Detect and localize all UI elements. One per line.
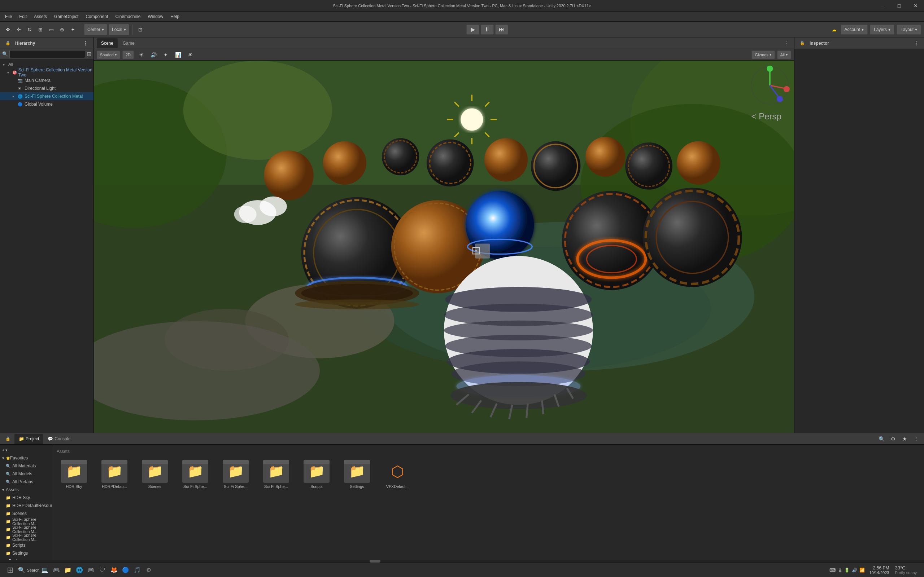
taskbar-settings-icon[interactable]: ⚙ [143,564,155,576]
project-menu-icon[interactable]: ⋮ [911,434,921,444]
asset-hdr-sky[interactable]: 📁 HDR Sky [57,458,91,490]
ft-all-prefabs[interactable]: 🔍 All Prefabs [0,478,52,486]
viewport-canvas[interactable]: ⊡ < Persp [94,61,794,433]
folder-icon: 📁 [142,460,168,483]
weather-widget: 33°C Partly sunny [895,565,917,575]
asset-scenes[interactable]: 📁 Scenes [137,458,172,490]
bottom-scrollbar[interactable] [0,560,924,562]
ft-scripts[interactable]: 📁 Scripts [0,541,52,549]
hierarchy-directional-light[interactable]: ▸ ☀Directional Light [0,84,94,92]
custom-tool[interactable]: ✦ [68,24,78,35]
local-button[interactable]: Local ▾ [109,24,129,35]
asset-scifi-3[interactable]: 📁 Sci-Fi Sphe... [259,458,294,490]
ft-hdrp-defaults[interactable]: 📁 HDRPDefaultResources [0,501,52,509]
menu-item-component[interactable]: Component [82,13,111,20]
ft-scifi-2[interactable]: 📁 Sci-Fi Sphere Collection M... [0,525,52,533]
hierarchy-global-volume[interactable]: ▸ 🔵Global Volume [0,100,94,108]
scene-tab[interactable]: Scene [97,38,118,48]
project-lock-icon[interactable]: 🔒 [3,434,13,444]
ft-all-materials[interactable]: 🔍 All Materials [0,462,52,470]
menu-item-edit[interactable]: Edit [16,13,30,20]
menu-item-window[interactable]: Window [144,13,167,20]
taskbar-chrome-icon[interactable]: 🔵 [120,564,131,576]
project-search-icon[interactable]: 🔍 [876,434,887,444]
hierarchy-search-input[interactable] [10,50,85,58]
menu-item-cinemachine[interactable]: Cinemachine [111,13,144,20]
close-button[interactable]: ✕ [908,0,924,11]
hand-tool[interactable]: ✥ [3,24,13,35]
asset-hdrp-default[interactable]: 📁 HDRPDefau... [97,458,132,490]
all-dropdown[interactable]: All ▾ [777,50,791,59]
taskbar-firefox-icon[interactable]: 🦊 [108,564,120,576]
windows-start-icon[interactable]: ⊞ [4,564,16,576]
ft-scifi-3[interactable]: 📁 Sci-Fi Sphere Collection M... [0,533,52,541]
taskbar-explorer-icon[interactable]: 📁 [62,564,74,576]
effects-icon[interactable]: ✦ [161,50,171,60]
add-hierarchy-icon[interactable]: ⊞ [87,50,91,57]
hierarchy-root-object[interactable]: ▾ 🎯 Sci-Fi Sphere Collection Metal Versi… [0,69,94,76]
grid-snap-btn[interactable]: ⊡ [135,24,145,35]
layers-button[interactable]: Layers ▾ [870,24,894,35]
ft-hdr-sky[interactable]: 📁 HDR Sky [0,494,52,501]
taskbar-unity-icon[interactable]: 🎮 [50,564,62,576]
menu-item-assets[interactable]: Assets [30,13,50,20]
task-view-icon[interactable]: 💻 [39,564,50,576]
lighting-icon[interactable]: ☀ [136,50,146,60]
ft-scenes[interactable]: 📁 Scenes [0,509,52,517]
stats-icon[interactable]: 📊 [173,50,183,60]
menu-item-help[interactable]: Help [167,13,183,20]
project-star-icon[interactable]: ★ [900,434,909,444]
inspector-lock-icon[interactable]: 🔒 [797,38,808,48]
shading-dropdown[interactable]: Shaded ▾ [97,50,120,59]
game-tab[interactable]: Game [118,38,139,48]
gizmos-button[interactable]: Gizmos ▾ [751,50,775,59]
search-taskbar-icon[interactable]: 🔍 [16,564,27,576]
asset-settings[interactable]: 📁 Settings [340,458,374,490]
hierarchy-scifi-collection[interactable]: ▾ 🌐Sci-Fi Sphere Collection Metal [0,92,94,100]
taskbar-edge-icon[interactable]: 🌐 [74,564,85,576]
inspector-menu-icon[interactable]: ⋮ [911,38,921,48]
maximize-button[interactable]: □ [891,0,908,11]
project-settings-icon[interactable]: ⚙ [888,434,898,444]
scrollbar-thumb[interactable] [370,560,380,562]
hierarchy-lock-icon[interactable]: 🔒 [3,38,13,48]
ft-assets[interactable]: ▾ Assets [0,486,52,494]
center-button[interactable]: Center ▾ [84,24,107,35]
scale-tool[interactable]: ⊞ [36,24,45,35]
audio-icon[interactable]: 🔊 [149,50,158,60]
move-tool[interactable]: ✛ [14,24,24,35]
console-tab[interactable]: 💬 Console [43,434,75,444]
rotate-tool[interactable]: ↻ [24,24,35,35]
2d-toggle[interactable]: 2D [122,50,134,59]
asset-scifi-1[interactable]: 📁 Sci-Fi Sphe... [178,458,213,490]
ft-create-btn[interactable]: + ▾ [0,446,52,454]
hidden-toggle[interactable]: 👁 [185,50,195,60]
step-button[interactable]: ⏭ [495,24,508,35]
project-tab[interactable]: 📁 Project [15,434,43,444]
search-button[interactable]: Search [27,564,39,576]
layout-button[interactable]: Layout ▾ [897,24,921,35]
ft-favorites[interactable]: ▾⭐ Favorites [0,454,52,462]
hierarchy-menu-icon[interactable]: ⋮ [81,38,90,48]
ft-all-models[interactable]: 🔍 All Models [0,470,52,478]
ft-scifi-1[interactable]: 📁 Sci-Fi Sphere Collection M... [0,517,52,525]
asset-vfx[interactable]: ⬡ VFXDefaul... [380,458,415,490]
account-button[interactable]: Account ▾ [841,24,868,35]
menu-item-file[interactable]: File [2,13,16,20]
viewport-tabs: Scene Game ⋮ [94,37,794,49]
asset-scifi-2[interactable]: 📁 Sci-Fi Sphe... [218,458,253,490]
taskbar-media-icon[interactable]: 🎵 [131,564,143,576]
taskbar-shield-icon[interactable]: 🛡 [97,564,108,576]
hierarchy-main-camera[interactable]: ▸ 📷Main Camera [0,76,94,84]
play-button[interactable]: ▶ [466,24,479,35]
cloud-service-icon[interactable]: ☁ [829,24,839,35]
viewport-menu-icon[interactable]: ⋮ [781,38,791,48]
asset-scripts[interactable]: 📁 Scripts [299,458,334,490]
taskbar-games-icon[interactable]: 🎮 [85,564,97,576]
ft-settings[interactable]: 📁 Settings [0,549,52,557]
transform-tool[interactable]: ⊛ [57,24,67,35]
menu-item-gameobject[interactable]: GameObject [50,13,82,20]
pause-button[interactable]: ⏸ [481,24,494,35]
minimize-button[interactable]: ─ [874,0,891,11]
rect-tool[interactable]: ▭ [46,24,56,35]
